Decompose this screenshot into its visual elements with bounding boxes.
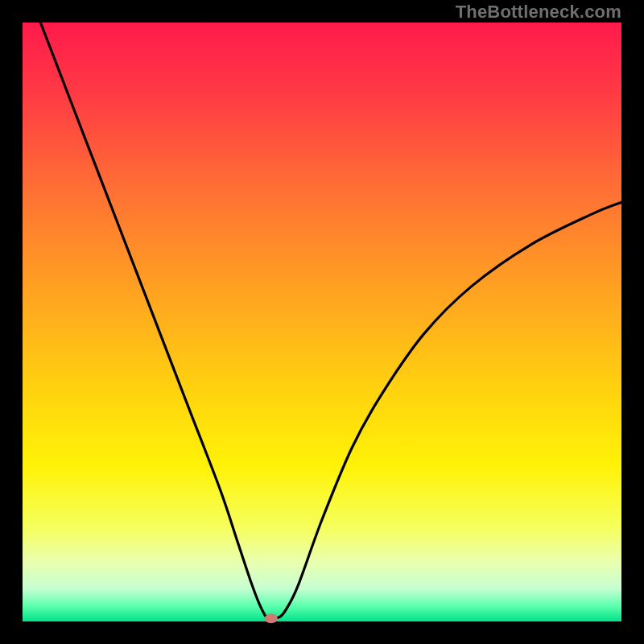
optimal-point-marker <box>265 613 278 623</box>
chart-frame: TheBottleneck.com <box>0 0 644 644</box>
plot-background <box>23 23 621 621</box>
watermark-text: TheBottleneck.com <box>456 2 621 23</box>
bottleneck-chart <box>0 0 644 644</box>
